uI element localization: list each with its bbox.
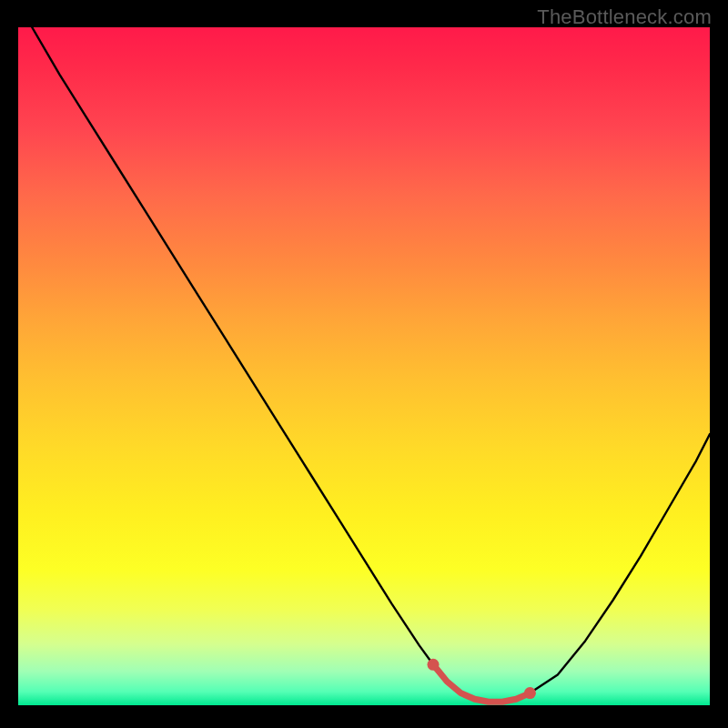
chart-container: TheBottleneck.com <box>0 0 728 728</box>
plot-area <box>18 27 710 705</box>
bottleneck-curve <box>32 27 710 702</box>
marker-dot <box>428 659 440 671</box>
curve-svg <box>18 27 710 705</box>
watermark-text: TheBottleneck.com <box>537 5 712 29</box>
optimal-range-line <box>433 664 530 702</box>
marker-dot <box>524 687 536 699</box>
